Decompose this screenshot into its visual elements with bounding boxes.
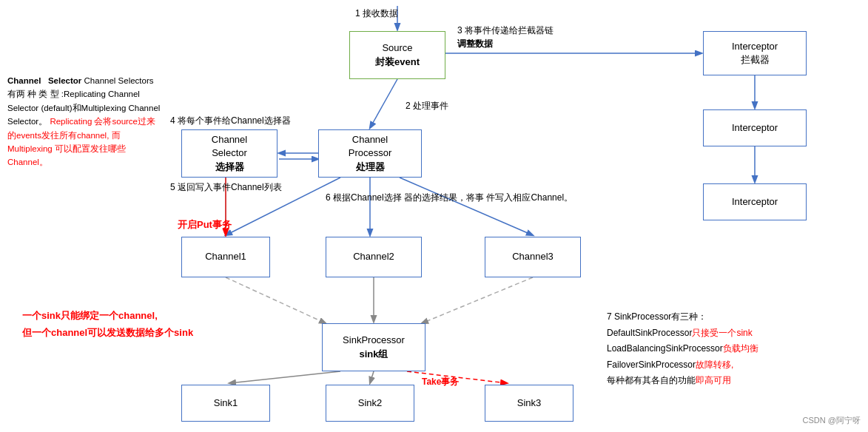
channel3-box: Channel3 <box>485 237 581 277</box>
interceptor3-box: Interceptor <box>703 183 807 220</box>
sink-processor-sub: sink组 <box>359 348 388 361</box>
interceptor1-box: Interceptor拦截器 <box>703 31 807 75</box>
label-arrow6: 6 根据Channel选择 器的选择结果，将事 件写入相应Channel。 <box>326 191 573 205</box>
svg-line-17 <box>229 371 340 383</box>
sink1-label: Sink1 <box>214 396 238 410</box>
interceptor2-label: Interceptor <box>732 121 778 135</box>
svg-line-13 <box>400 178 533 235</box>
watermark: CSDN @阿宁呀 <box>803 415 861 426</box>
source-sub: 封装event <box>375 55 420 69</box>
sink-processor-box: SinkProcessor sink组 <box>322 323 425 371</box>
channel2-label: Channel2 <box>353 250 394 263</box>
diagram: Channel Selector Channel Selectors 有两 种 … <box>0 0 868 432</box>
label-arrow3: 3 将事件传递给拦截器链调整数据 <box>457 24 554 50</box>
sink-info-lb: LoadBalancingSinkProcessor <box>607 343 723 354</box>
interceptor3-label: Interceptor <box>732 195 778 209</box>
sink2-label: Sink2 <box>358 396 383 410</box>
channel-processor-sub: 处理器 <box>356 161 385 174</box>
svg-line-5 <box>370 79 397 128</box>
channel1-label: Channel1 <box>205 250 246 263</box>
sink3-box: Sink3 <box>485 385 573 422</box>
channel-processor-label: ChannelProcessor <box>349 133 392 160</box>
svg-line-18 <box>370 371 374 383</box>
channel-selector-label: ChannelSelector <box>212 133 247 160</box>
label-arrow1: 1 接收数据 <box>355 7 398 20</box>
sink-info-footer-red: 即高可用 <box>696 375 731 385</box>
label-sink-info: 7 SinkProcessor有三种： DefaultSinkProcessor… <box>607 309 758 389</box>
label-open-put: 开启Put事务 <box>178 218 232 232</box>
sidebar-description: Channel Selector Channel Selectors 有两 种 … <box>7 74 163 169</box>
sidebar-title: Channel Selector <box>7 76 81 85</box>
sink3-label: Sink3 <box>517 396 542 410</box>
svg-line-14 <box>226 277 326 323</box>
sink-info-footer: 每种都有其各自的功能 <box>607 375 696 385</box>
svg-line-16 <box>422 277 533 323</box>
bottom-left-2: 但一个channel可以发送数据给多个sink <box>22 327 193 338</box>
sink1-box: Sink1 <box>181 385 270 422</box>
sink-processor-label: SinkProcessor <box>343 334 405 347</box>
interceptor1-label: Interceptor拦截器 <box>732 40 778 67</box>
label-arrow3-text: 3 将事件传递给拦截器链调整数据 <box>457 25 554 49</box>
sink-info-fo-red: 故障转移, <box>696 360 733 370</box>
channel-selector-box: ChannelSelector 选择器 <box>181 129 277 178</box>
sink-info-default: DefaultSinkProcessor <box>607 328 692 338</box>
channel3-label: Channel3 <box>512 250 554 263</box>
sink-info-fo: FailoverSinkProcessor <box>607 360 696 370</box>
sink2-box: Sink2 <box>326 385 414 422</box>
label-arrow4: 4 将每个事件给Channel选择器 <box>170 115 291 127</box>
channel-processor-box: ChannelProcessor 处理器 <box>318 129 422 178</box>
interceptor2-box: Interceptor <box>703 109 807 146</box>
sink-info-title: 7 SinkProcessor有三种： <box>607 311 707 322</box>
channel1-box: Channel1 <box>181 237 270 277</box>
sink-info-default-red: 只接受一个sink <box>692 328 752 338</box>
label-arrow2: 2 处理事件 <box>406 100 448 112</box>
sink-info-lb-red: 负载均衡 <box>723 343 758 354</box>
channel2-box: Channel2 <box>326 237 422 277</box>
label-arrow5: 5 返回写入事件Channel列表 <box>170 181 282 194</box>
source-label: Source <box>382 41 412 55</box>
bottom-left-1: 一个sink只能绑定一个channel, <box>22 310 158 321</box>
channel-selector-sub: 选择器 <box>215 161 244 174</box>
label-take-tx: Take事务 <box>422 376 459 388</box>
label-bottom-left: 一个sink只能绑定一个channel, 但一个channel可以发送数据给多个… <box>22 307 193 342</box>
source-box: Source 封装event <box>349 31 445 79</box>
